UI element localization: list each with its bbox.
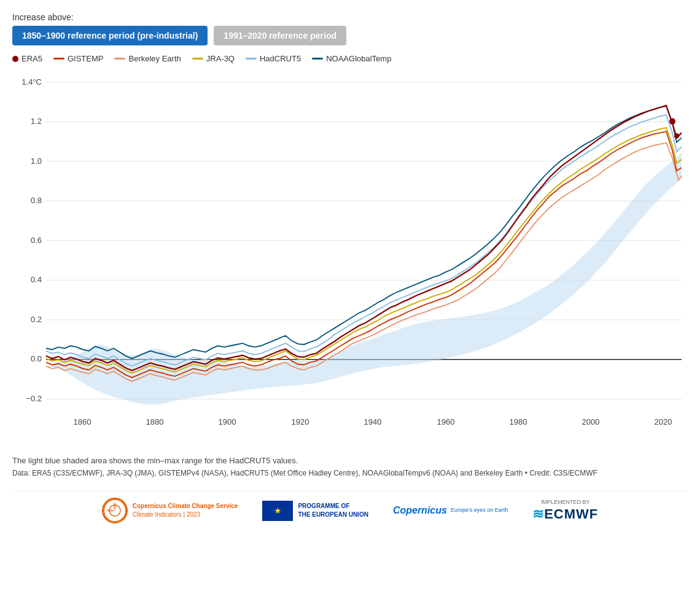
berkeley-icon [114,58,125,60]
ecmwf-logo: IMPLEMENTED BY ≋ECMWF [532,499,598,522]
ecmwf-label: IMPLEMENTED BY [541,499,590,505]
hadcrut5-icon [246,58,257,60]
gistemp-icon [53,58,64,60]
noaa-label: NOAAGlobalTemp [326,54,391,63]
legend-jra3q: JRA-3Q [192,54,235,63]
chart-svg: 1.4°C 1.2 1.0 0.8 0.6 0.4 0.2 0.0 −0.2 1… [12,69,688,450]
increase-label: Increase above: [12,12,688,22]
eu-logo: ★ PROGRAMME OF THE EUROPEAN UNION [262,501,368,521]
chart-area: 1.4°C 1.2 1.0 0.8 0.6 0.4 0.2 0.0 −0.2 1… [12,69,688,450]
svg-text:0.2: 0.2 [31,315,42,324]
copernicus-c3s-text: Copernicus Climate Change Service Climat… [133,502,238,519]
copernicus-c3s-logo: Copernicus Climate Change Service Climat… [102,498,238,523]
legend-berkeley: Berkeley Earth [114,54,181,63]
svg-text:0.6: 0.6 [31,236,42,245]
hadcrut5-label: HadCRUT5 [260,54,301,63]
svg-text:1.0: 1.0 [31,156,42,166]
legend-era5: ERA5 [12,54,42,63]
svg-text:1.4°C: 1.4°C [21,77,42,87]
era5-icon [12,56,18,62]
berkeley-label: Berkeley Earth [128,54,181,63]
copernicus-wordmark: Copernicus [393,505,447,516]
preindustrial-button[interactable]: 1850–1900 reference period (pre-industri… [12,26,208,45]
modern-period-button[interactable]: 1991–2020 reference period [214,26,346,45]
copernicus-tagline: Europe's eyes on Earth [451,507,508,514]
data-credit: Data: ERA5 (C3S/ECMWF), JRA-3Q (JMA), GI… [12,468,688,479]
svg-text:1880: 1880 [146,417,164,426]
ecmwf-wordmark: ≋ECMWF [532,506,598,522]
reference-period-buttons: 1850–1900 reference period (pre-industri… [12,26,688,45]
svg-text:1860: 1860 [74,417,91,426]
chart-legend: ERA5 GISTEMP Berkeley Earth JRA-3Q HadCR… [12,54,688,63]
svg-text:2000: 2000 [582,417,600,426]
svg-text:1980: 1980 [510,417,527,426]
svg-text:1.2: 1.2 [31,117,42,126]
legend-gistemp: GISTEMP [53,54,104,63]
svg-text:2020: 2020 [655,417,672,426]
copernicus-logo: Copernicus Europe's eyes on Earth [393,505,508,516]
eu-text: PROGRAMME OF THE EUROPEAN UNION [298,502,368,519]
svg-text:1940: 1940 [364,417,382,426]
legend-hadcrut5: HadCRUT5 [246,54,301,63]
svg-text:1900: 1900 [219,417,236,426]
svg-point-27 [669,118,675,125]
svg-text:1920: 1920 [292,417,309,426]
svg-text:−0.2: −0.2 [26,394,42,403]
era5-label: ERA5 [21,54,42,63]
noaa-icon [312,58,323,60]
jra3q-icon [192,58,203,60]
legend-noaa: NOAAGlobalTemp [312,54,391,63]
svg-text:0.8: 0.8 [31,196,42,205]
eu-flag-icon: ★ [262,501,293,521]
logos-section: Copernicus Climate Change Service Climat… [12,491,688,523]
svg-text:0.4: 0.4 [31,275,42,284]
svg-text:0.0: 0.0 [31,354,42,363]
jra3q-label: JRA-3Q [206,54,235,63]
gistemp-label: GISTEMP [68,54,104,63]
svg-point-28 [674,133,679,138]
chart-caption: The light blue shaded area shows the min… [12,456,688,465]
svg-text:1960: 1960 [437,417,455,426]
copernicus-c3s-icon [102,498,128,523]
